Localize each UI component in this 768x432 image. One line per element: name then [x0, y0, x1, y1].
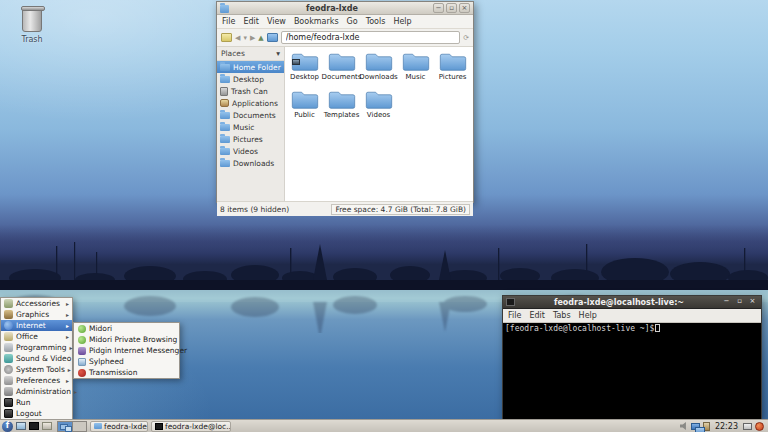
sidebar-item-applications[interactable]: Applications — [217, 97, 284, 109]
home-icon[interactable] — [267, 33, 278, 42]
trash-label: Trash — [12, 35, 52, 44]
quit-icon[interactable] — [755, 422, 764, 431]
pager-desktop-1[interactable] — [58, 422, 72, 431]
screenlock-icon[interactable] — [743, 423, 752, 430]
sound-video-icon — [4, 354, 13, 363]
menu-item-accessories[interactable]: Accessories ▸ — [1, 298, 72, 309]
reload-icon[interactable]: ⟳ — [463, 30, 469, 46]
minimize-button[interactable]: − — [433, 3, 444, 13]
menu-item-preferences[interactable]: Preferences ▸ — [1, 375, 72, 386]
desktop-icon-trash[interactable]: Trash — [12, 8, 52, 44]
transmission-icon — [78, 369, 86, 377]
menu-item-graphics[interactable]: Graphics ▸ — [1, 309, 72, 320]
accessories-icon — [4, 299, 13, 308]
menu-item-sound-video[interactable]: Sound & Video ▸ — [1, 353, 72, 364]
folder-templates[interactable]: Templates — [323, 88, 360, 126]
show-desktop-icon[interactable] — [42, 422, 52, 430]
task-button-terminal[interactable]: feodra-lxde@loc... — [151, 421, 231, 432]
back-icon[interactable]: ◀ — [235, 30, 240, 46]
menubar-item-help[interactable]: Help — [579, 311, 597, 320]
chevron-down-icon: ▾ — [276, 49, 280, 58]
menu-item-office[interactable]: Office ▸ — [1, 331, 72, 342]
sidebar-item-videos[interactable]: Videos — [217, 145, 284, 157]
menubar-item-file[interactable]: File — [222, 17, 235, 26]
folder-icon — [364, 88, 394, 110]
folder-public[interactable]: Public — [286, 88, 323, 126]
up-icon[interactable]: ▲ — [258, 30, 263, 46]
sidebar-item-music[interactable]: Music — [217, 121, 284, 133]
menu-item-programming[interactable]: Programming ▸ — [1, 342, 72, 353]
sidebar-item-downloads[interactable]: Downloads — [217, 157, 284, 169]
file-manager-launcher-icon[interactable] — [16, 422, 26, 430]
task-button-file-manager[interactable]: feodra-lxde — [90, 421, 148, 432]
network-icon[interactable] — [691, 423, 700, 430]
folder-documents[interactable]: Documents — [323, 50, 360, 88]
terminal-titlebar[interactable]: feodra-lxde@localhost-live:~ − ▫ × — [503, 296, 761, 309]
folder-music[interactable]: Music — [397, 50, 434, 88]
file-list: Desktop Documents Downloads Music Pictur… — [285, 47, 473, 201]
terminal-launcher-icon[interactable] — [29, 422, 39, 430]
sidebar-item-trash-can[interactable]: Trash Can — [217, 85, 284, 97]
folder-pictures[interactable]: Pictures — [434, 50, 471, 88]
places-header[interactable]: Places ▾ — [217, 47, 284, 61]
pager-desktop-2[interactable] — [72, 422, 86, 431]
file-manager-titlebar[interactable]: feodra-lxde − ▫ × — [217, 2, 473, 15]
menubar-item-go[interactable]: Go — [347, 17, 358, 26]
volume-icon[interactable] — [680, 422, 688, 430]
window-title: feodra-lxde — [231, 4, 433, 13]
submenu-item-midori-private[interactable]: Midori Private Browsing — [74, 334, 179, 345]
submenu-item-midori[interactable]: Midori — [74, 323, 179, 334]
menu-item-administration[interactable]: Administration ▸ — [1, 386, 72, 397]
minimize-button[interactable]: − — [721, 297, 732, 307]
folder-desktop[interactable]: Desktop — [286, 50, 323, 88]
preferences-icon — [4, 376, 13, 385]
menu-button[interactable]: f — [2, 421, 13, 432]
terminal-content[interactable]: [feodra-lxde@localhost-live ~]$ — [503, 323, 761, 420]
menubar-item-edit[interactable]: Edit — [529, 311, 545, 320]
folder-icon — [364, 50, 394, 72]
submenu-item-pidgin[interactable]: Pidgin Internet Messenger — [74, 345, 179, 356]
folder-videos[interactable]: Videos — [360, 88, 397, 126]
menu-item-system-tools[interactable]: System Tools ▸ — [1, 364, 72, 375]
sidebar-item-documents[interactable]: Documents — [217, 109, 284, 121]
menubar-item-file[interactable]: File — [508, 311, 521, 320]
terminal-icon — [155, 423, 163, 430]
menubar-item-bookmarks[interactable]: Bookmarks — [294, 17, 339, 26]
programming-icon — [4, 343, 13, 352]
menu-item-run[interactable]: Run — [1, 397, 72, 408]
sidebar-item-desktop[interactable]: Desktop — [217, 73, 284, 85]
path-input[interactable] — [281, 31, 460, 44]
submenu-arrow-icon: ▸ — [66, 377, 69, 384]
sylpheed-icon — [78, 358, 86, 366]
menubar-item-edit[interactable]: Edit — [243, 17, 259, 26]
submenu-item-transmission[interactable]: Transmission — [74, 367, 179, 378]
close-button[interactable]: × — [459, 3, 470, 13]
menubar-item-tools[interactable]: Tools — [366, 17, 386, 26]
sidebar-item-home-folder[interactable]: Home Folder — [217, 61, 284, 73]
close-button[interactable]: × — [747, 297, 758, 307]
submenu-item-sylpheed[interactable]: Sylpheed — [74, 356, 179, 367]
submenu-arrow-icon: ▸ — [66, 311, 69, 318]
submenu-arrow-icon: ▸ — [68, 366, 71, 373]
forward-icon[interactable]: ▶ — [250, 30, 255, 46]
menubar-item-help[interactable]: Help — [393, 17, 411, 26]
maximize-button[interactable]: ▫ — [446, 3, 457, 13]
folder-downloads[interactable]: Downloads — [360, 50, 397, 88]
desktop-emblem-icon — [292, 59, 300, 65]
submenu-arrow-icon: ▸ — [66, 322, 69, 329]
file-manager-window: feodra-lxde − ▫ × File Edit View Bookmar… — [216, 1, 474, 203]
menu-item-internet[interactable]: Internet ▸ — [1, 320, 72, 331]
new-tab-icon[interactable] — [221, 33, 232, 42]
menubar-item-tabs[interactable]: Tabs — [553, 311, 571, 320]
folder-icon — [327, 50, 357, 72]
terminal-title: feodra-lxde@localhost-live:~ — [517, 298, 721, 307]
applications-icon — [220, 99, 229, 107]
maximize-button[interactable]: ▫ — [734, 297, 745, 307]
menu-item-logout[interactable]: Logout — [1, 408, 72, 419]
terminal-window: feodra-lxde@localhost-live:~ − ▫ × File … — [502, 295, 762, 420]
clock[interactable]: 22:23 — [713, 422, 740, 431]
menubar-item-view[interactable]: View — [267, 17, 286, 26]
run-icon — [4, 398, 13, 407]
history-chevron-icon[interactable]: ▾ — [243, 30, 247, 46]
sidebar-item-pictures[interactable]: Pictures — [217, 133, 284, 145]
